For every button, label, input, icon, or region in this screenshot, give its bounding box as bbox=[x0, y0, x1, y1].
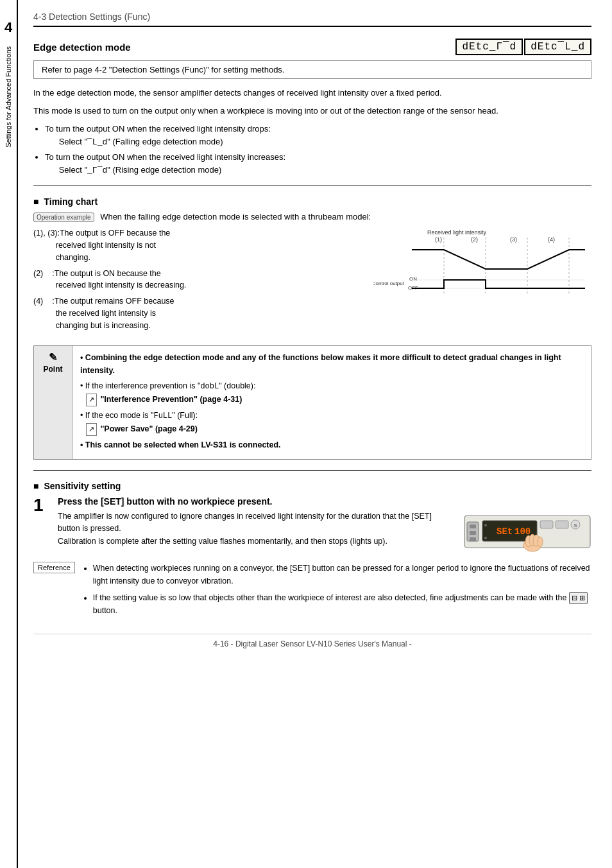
info-box: Refer to page 4-2 "Detection Settings (F… bbox=[33, 60, 591, 79]
point-item-3: • If the eco mode is "FuLL" (Full): ↗ "P… bbox=[80, 409, 583, 436]
step-1-text: The amplifier is now configured to ignor… bbox=[58, 510, 454, 548]
svg-text:(3): (3) bbox=[510, 236, 517, 243]
svg-text:(4): (4) bbox=[548, 236, 555, 243]
point-item-1: • Combining the edge detection mode and … bbox=[80, 351, 583, 377]
adjust-button: ⊟ ⊞ bbox=[569, 592, 588, 605]
lcd-display: dEtc_Γ¯d dEtc¯L_d bbox=[455, 39, 591, 55]
lcd-box-2: dEtc¯L_d bbox=[524, 39, 591, 55]
svg-text:Control output: Control output bbox=[373, 281, 405, 286]
step-1-title: Press the [SET] button with no workpiece… bbox=[58, 496, 591, 507]
device-svg: SEt 100 S bbox=[463, 510, 591, 552]
svg-rect-25 bbox=[556, 521, 568, 528]
svg-text:100: 100 bbox=[514, 526, 531, 537]
bullet-item-1: To turn the output ON when the received … bbox=[45, 123, 591, 148]
lcd-box-1: dEtc_Γ¯d bbox=[455, 39, 523, 55]
edge-detection-title: Edge detection mode bbox=[33, 42, 131, 53]
ref-item-2: If the setting value is so low that obje… bbox=[93, 591, 591, 618]
edge-bullets: To turn the output ON when the received … bbox=[45, 123, 591, 177]
point-item-4: • This cannot be selected when LV-S31 is… bbox=[80, 438, 583, 451]
edge-body-1: In the edge detection mode, the sensor a… bbox=[33, 87, 591, 100]
page-header: 4-3 Detection Settings (Func) bbox=[33, 12, 591, 27]
svg-rect-24 bbox=[540, 521, 553, 528]
svg-text:(2): (2) bbox=[471, 236, 478, 243]
bullet-item-2: To turn the output ON when the received … bbox=[45, 151, 591, 177]
timing-section: (1), (3):The output is OFF because the r… bbox=[33, 227, 591, 335]
svg-point-32 bbox=[538, 537, 543, 547]
point-box: ✎ Point • Combining the edge detection m… bbox=[33, 345, 591, 460]
edge-body-2: This mode is used to turn on the output … bbox=[33, 105, 591, 117]
chapter-title: Settings for Advanced Functions bbox=[4, 46, 12, 148]
svg-text:S: S bbox=[574, 523, 577, 528]
point-label: ✎ Point bbox=[34, 346, 72, 459]
timing-item-1: (1), (3):The output is OFF because the r… bbox=[33, 227, 361, 263]
point-icon: ✎ bbox=[49, 351, 57, 363]
svg-point-22 bbox=[484, 524, 487, 526]
svg-rect-17 bbox=[470, 531, 476, 535]
timing-text: (1), (3):The output is OFF because the r… bbox=[33, 227, 361, 335]
reference-content: When detecting workpieces running on a c… bbox=[81, 562, 591, 621]
step-number-1: 1 bbox=[33, 496, 49, 514]
timing-chart-header: Timing chart bbox=[33, 196, 591, 207]
sensitivity-header: Sensitivity setting bbox=[33, 481, 591, 491]
timing-intro: When the falling edge detection mode is … bbox=[100, 212, 371, 221]
svg-text:(1): (1) bbox=[435, 236, 442, 243]
timing-chart-diagram: Received light intensity (1) (2) (3) (4) bbox=[373, 227, 591, 311]
reference-box: Reference When detecting workpieces runn… bbox=[33, 562, 591, 621]
ref-item-1: When detecting workpieces running on a c… bbox=[93, 562, 591, 587]
step-1-content: Press the [SET] button with no workpiece… bbox=[58, 496, 591, 554]
svg-rect-16 bbox=[470, 525, 476, 528]
step-1-row: 1 Press the [SET] button with no workpie… bbox=[33, 496, 591, 554]
chapter-number: 4 bbox=[4, 19, 12, 36]
timing-intro-row: Operation example When the falling edge … bbox=[33, 212, 591, 222]
svg-text:Received light intensity: Received light intensity bbox=[427, 229, 487, 236]
timing-svg: Received light intensity (1) (2) (3) (4) bbox=[373, 227, 591, 311]
page-footer: 4-16 - Digital Laser Sensor LV-N10 Serie… bbox=[33, 634, 591, 648]
op-example-badge: Operation example bbox=[33, 213, 94, 222]
svg-text:SEt: SEt bbox=[497, 526, 513, 537]
point-item-2: • If the interference prevention is "dob… bbox=[80, 379, 583, 406]
point-text: Point bbox=[44, 365, 63, 374]
svg-text:ON: ON bbox=[409, 276, 417, 282]
point-content: • Combining the edge detection mode and … bbox=[72, 346, 591, 459]
sensitivity-section: Sensitivity setting 1 Press the [SET] bu… bbox=[33, 481, 591, 621]
step-1-body: The amplifier is now configured to ignor… bbox=[58, 510, 591, 554]
timing-item-3: (4) :The output remains OFF because the … bbox=[33, 295, 361, 331]
svg-rect-18 bbox=[470, 537, 476, 541]
reference-label: Reference bbox=[33, 562, 75, 573]
step-1-image: SEt 100 S bbox=[463, 510, 591, 554]
page-ref-icon-1: ↗ bbox=[86, 394, 97, 406]
timing-item-2: (2) :The output is ON because the receiv… bbox=[33, 268, 361, 292]
page-ref-icon-2: ↗ bbox=[86, 423, 97, 436]
svg-point-23 bbox=[484, 537, 487, 539]
